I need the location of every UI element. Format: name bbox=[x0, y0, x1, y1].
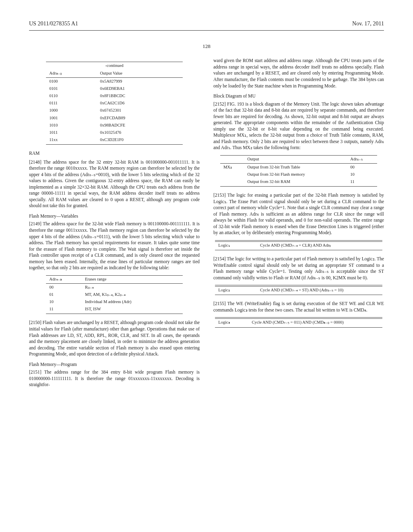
table-row: 11IST, ISW bbox=[46, 305, 182, 314]
paragraph-2154: [2154] The logic for writing to a partic… bbox=[213, 256, 384, 281]
paragraph-2152: [2152] FIG. 193 is a block diagram of th… bbox=[213, 101, 384, 151]
section-heading-flash-variables: Flash Memory—Variables bbox=[29, 213, 200, 220]
paragraph-continued: ward given the ROM start address and add… bbox=[213, 58, 384, 89]
paragraph-2151: [2151] The address range for the 384 ent… bbox=[29, 369, 200, 388]
column-right: ward given the ROM start address and add… bbox=[213, 58, 384, 389]
table-row: 01100x8F1BBCDC bbox=[46, 92, 182, 100]
content-columns: -continued Adr₃₋₀ Output Value 01000x5A8… bbox=[29, 58, 384, 389]
table-logic1: Logic₁ Cycle AND (CMD₇₋₄ = CLR) AND Adr₆ bbox=[215, 240, 382, 250]
publication-date: Nov. 17, 2011 bbox=[352, 20, 384, 28]
patent-page: US 2011/0278355 A1 Nov. 17, 2011 128 -co… bbox=[0, 0, 413, 406]
section-heading-mu-block: Block Diagram of MU bbox=[213, 93, 384, 100]
table-row: 10010xEFCDAB89 bbox=[46, 114, 182, 122]
table-row: 01000x5A827999 bbox=[46, 77, 182, 85]
paragraph-2149: [2149] The address space for the 32-bit … bbox=[29, 221, 200, 271]
table-mx2: Output Adr₆₋₅ MX₂Output from 32-bit Trut… bbox=[220, 155, 377, 187]
table-erase-range: Adr₄₋₃ Erases range 00R₀₋₄ 01MT, AM, K1₀… bbox=[46, 275, 182, 314]
table-row: 00R₀₋₄ bbox=[46, 283, 182, 291]
paragraph-2148: [2148] The address space for the 32 entr… bbox=[29, 159, 200, 209]
table-header bbox=[220, 155, 244, 163]
table-row: 11xx0xC3D2E1F0 bbox=[46, 136, 182, 145]
table-logic3: Logic₃ Cycle AND (CMD₇₋₅ = 011) AND (CMD… bbox=[215, 317, 382, 327]
page-number: 128 bbox=[29, 43, 384, 50]
table-row: MX₂Output from 32-bit Truth Table00 bbox=[220, 163, 377, 171]
page-header: US 2011/0278355 A1 Nov. 17, 2011 bbox=[29, 20, 384, 28]
table-header: Adr₆₋₅ bbox=[347, 155, 377, 163]
table-continued: -continued Adr₃₋₀ Output Value 01000x5A8… bbox=[46, 62, 182, 145]
table-row: 01MT, AM, K1₀₋₄, K2₀₋₄ bbox=[46, 291, 182, 298]
table-row: 01110xCA62C1D6 bbox=[46, 100, 182, 107]
table-row: 01010x6ED9EBA1 bbox=[46, 85, 182, 92]
table-header: Output bbox=[244, 155, 347, 163]
table-row: Logic₂ Cycle AND (CMD₇₋₄ = ST) AND (Adr₆… bbox=[215, 287, 382, 295]
table-row: 10100x98BADCFE bbox=[46, 122, 182, 129]
table-row: 10110x10325476 bbox=[46, 129, 182, 136]
table-logic2: Logic₂ Cycle AND (CMD₇₋₄ = ST) AND (Adr₆… bbox=[215, 285, 382, 295]
section-heading-flash-program: Flash Memory—Program bbox=[29, 362, 200, 368]
table-header: Output Value bbox=[97, 70, 183, 78]
table-row: Logic₃ Cycle AND (CMD₇₋₅ = 011) AND (CMD… bbox=[215, 319, 382, 327]
table-caption: -continued bbox=[46, 62, 182, 70]
table-header: Adr₃₋₀ bbox=[46, 70, 97, 78]
table-row: 10000x67452301 bbox=[46, 107, 182, 114]
section-heading-ram: RAM bbox=[29, 150, 200, 157]
paragraph-2155: [2155] The WE (WriteEnable) flag is set … bbox=[213, 301, 384, 313]
column-left: -continued Adr₃₋₀ Output Value 01000x5A8… bbox=[29, 58, 200, 389]
table-row: 10Individual M address (Adr) bbox=[46, 298, 182, 305]
paragraph-2153: [2153] The logic for erasing a particula… bbox=[213, 192, 384, 236]
table-row: Output from 32-bit Flash memory10 bbox=[220, 171, 377, 178]
table-header: Erases range bbox=[82, 275, 183, 283]
header-rule bbox=[29, 30, 384, 31]
publication-number: US 2011/0278355 A1 bbox=[29, 20, 78, 28]
table-header: Adr₄₋₃ bbox=[46, 275, 81, 283]
table-row: Output from 32-bit RAM11 bbox=[220, 178, 377, 187]
table-row: Logic₁ Cycle AND (CMD₇₋₄ = CLR) AND Adr₆ bbox=[215, 241, 382, 250]
paragraph-2150: [2150] Flash values are unchanged by a R… bbox=[29, 320, 200, 357]
